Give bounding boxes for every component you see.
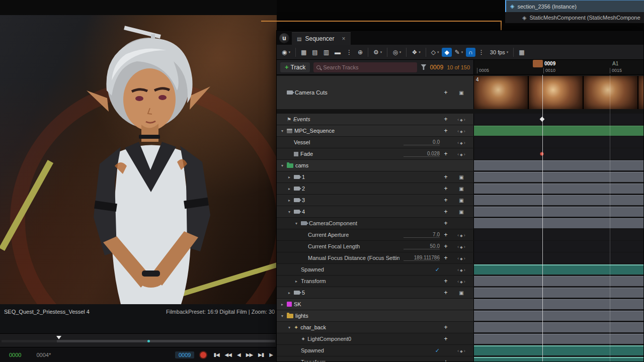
timeline-row[interactable] [474, 356, 643, 361]
camera-lock-button[interactable]: ▣ [452, 290, 471, 296]
add-section-button[interactable]: + [442, 335, 450, 342]
track-label-area[interactable]: ▸SK [277, 299, 474, 310]
next-key-icon[interactable]: › [464, 267, 465, 273]
playhead-scrub-handle[interactable] [533, 60, 543, 67]
add-key-icon[interactable]: ◆ [459, 245, 463, 249]
section-bar[interactable] [474, 172, 643, 182]
browse-sequences-button[interactable]: ▤ [309, 48, 320, 57]
keyframe-nav[interactable]: ‹◆› [452, 359, 471, 361]
more-options-button[interactable]: ⋮ [344, 48, 355, 57]
lock-camera-button[interactable]: ▣ [452, 90, 471, 96]
sequencer-settings-button[interactable]: ⚙▾ [371, 48, 384, 57]
add-track-button[interactable]: + Track [280, 62, 310, 72]
section-bar[interactable] [474, 288, 643, 298]
keyframe-nav[interactable]: ‹◆› [452, 151, 471, 157]
track-label-area[interactable]: Spawned✓‹◆› [277, 264, 474, 275]
camera-cuts-filmstrip[interactable]: 4 [474, 76, 643, 109]
playhead-line[interactable] [542, 75, 543, 361]
track-label-area[interactable]: Manual Focus Distance (Focus Settings)18… [277, 252, 474, 263]
section-bar[interactable] [474, 334, 643, 344]
keyframe-nav[interactable]: ‹◆› [452, 232, 471, 238]
timeline-row[interactable] [474, 218, 643, 229]
add-section-button[interactable]: + [442, 173, 450, 180]
add-key-icon[interactable]: ◆ [459, 280, 463, 284]
add-section-button[interactable]: + [442, 324, 450, 331]
step-backward-button[interactable]: ◀◀ [225, 352, 231, 357]
add-camera-cut-button[interactable]: + [442, 89, 450, 96]
next-key-icon[interactable]: › [464, 244, 465, 249]
add-section-button[interactable]: + [442, 231, 450, 238]
next-key-icon[interactable]: › [464, 129, 465, 134]
add-key-icon[interactable]: ◆ [459, 118, 463, 122]
timeline-row[interactable] [474, 276, 643, 287]
add-section-button[interactable]: + [442, 208, 450, 215]
expander-icon[interactable]: ▸ [287, 175, 292, 179]
timeline-row[interactable] [474, 333, 643, 344]
keyframe-nav[interactable]: ‹◆› [452, 139, 471, 145]
track-label-area[interactable]: ▸Transform+‹◆› [277, 356, 474, 361]
camera-lock-button[interactable]: ▣ [452, 198, 471, 203]
play-reverse-button[interactable]: ◀ [237, 352, 240, 357]
expander-icon[interactable]: ▾ [280, 163, 285, 168]
add-section-button[interactable]: + [442, 278, 450, 285]
step-forward-button[interactable]: ▶▶ [246, 352, 253, 357]
add-key-icon[interactable]: ◆ [459, 234, 463, 237]
timeline-row[interactable] [474, 206, 643, 217]
add-key-icon[interactable]: ◆ [459, 257, 463, 260]
property-value[interactable]: 189.111786 [404, 255, 440, 261]
next-key-icon[interactable]: › [464, 256, 465, 261]
track-label-area[interactable]: ▸Transform+‹◆› [277, 276, 474, 287]
keyframe-nav[interactable]: ‹◆› [452, 116, 471, 122]
keyframe-nav[interactable]: ‹◆› [452, 128, 471, 134]
camera-cut-thumbnail[interactable] [474, 76, 528, 109]
timeline-row[interactable] [474, 310, 643, 321]
tab-sequencer[interactable]: ▤ Sequencer × [292, 32, 351, 45]
cinematic-overlay-button[interactable]: ▦ [516, 48, 527, 57]
add-section-button[interactable]: + [442, 220, 450, 227]
timeline-row[interactable] [474, 345, 643, 356]
timeline-row[interactable] [474, 252, 643, 263]
viewport-scrub-bar[interactable] [0, 333, 277, 347]
camera-cut-thumbnail[interactable] [529, 76, 583, 109]
camera-lock-button[interactable]: ▣ [452, 174, 471, 180]
next-key-icon[interactable]: › [464, 117, 465, 122]
section-bar[interactable] [474, 207, 643, 217]
timeline-row[interactable] [474, 299, 643, 310]
keyframe-nav[interactable]: ‹◆› [452, 266, 471, 273]
next-key-icon[interactable]: › [464, 152, 465, 157]
track-label-area[interactable]: Current Focal Length50.0+‹◆› [277, 241, 474, 252]
next-key-icon[interactable]: › [464, 348, 465, 353]
camera-lock-button[interactable]: ▣ [452, 186, 471, 192]
add-key-icon[interactable]: ◆ [459, 361, 463, 361]
play-button[interactable]: ▶ [269, 352, 273, 357]
next-key-icon[interactable]: › [464, 360, 465, 361]
jump-to-end-button[interactable]: ▶▮ [258, 352, 264, 357]
keyframe-nav[interactable]: ‹◆› [452, 243, 471, 249]
add-replaceable-button[interactable]: ⊕ [355, 48, 365, 57]
expander-icon[interactable]: ▸ [280, 302, 285, 307]
add-section-button[interactable]: + [442, 358, 450, 361]
track-label-area[interactable]: ▾char_back+ [277, 322, 474, 333]
auto-key-button[interactable]: ◆ [442, 48, 451, 57]
track-label-area[interactable]: Current Aperture7.0+‹◆› [277, 229, 474, 240]
add-key-icon[interactable]: ◆ [459, 141, 463, 145]
track-label-area[interactable]: Spawned✓‹◆› [277, 345, 474, 356]
expander-icon[interactable]: ▾ [287, 325, 292, 330]
add-key-icon[interactable]: ◆ [459, 153, 463, 156]
track-label-area[interactable]: ▾CameraComponent+ [277, 218, 474, 229]
section-bar[interactable] [474, 126, 643, 136]
track-label-area[interactable]: Fade0.028+‹◆› [277, 148, 474, 159]
property-value[interactable]: 50.0 [404, 243, 440, 249]
playback-options-button[interactable]: ❖▾ [409, 48, 423, 57]
keyframe-nav[interactable]: ‹◆› [452, 278, 471, 284]
property-value[interactable]: 0.028 [404, 151, 440, 157]
close-tab-icon[interactable]: × [342, 35, 346, 42]
add-section-button[interactable]: + [442, 254, 450, 261]
scrub-track[interactable] [57, 340, 275, 342]
add-section-button[interactable]: + [442, 185, 450, 192]
track-label-area[interactable]: ▸3+▣ [277, 195, 474, 206]
marker-a1-label[interactable]: A1 [612, 61, 618, 66]
keyframe-nav[interactable]: ‹◆› [452, 347, 471, 353]
viewport-scene[interactable] [0, 15, 277, 304]
camera-cuts-label-area[interactable]: Camera Cuts + ▣ [277, 76, 474, 109]
